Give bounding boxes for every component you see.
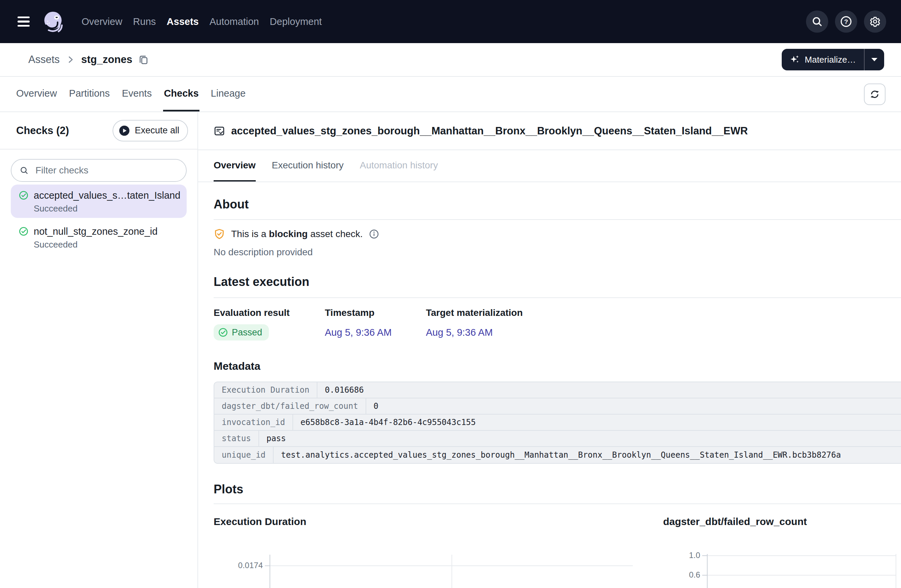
divider [214, 504, 901, 504]
metadata-value: 0 [366, 398, 901, 414]
blocking-note: This is a blocking asset check. [214, 227, 901, 241]
failed-row-count-chart: dagster_dbt/failed_row_count 1.0 0.6 [663, 515, 900, 588]
metadata-row: invocation_id e658b8c8-3a1a-4b4f-82b6-4c… [214, 415, 901, 431]
y-tick-label: 0.6 [663, 570, 700, 580]
check-list-item[interactable]: accepted_values_s…taten_Island_ Succeede… [11, 185, 187, 218]
nav-deployment[interactable]: Deployment [270, 0, 322, 43]
top-nav-items: Overview Runs Assets Automation Deployme… [81, 0, 322, 43]
latest-execution-heading: Latest execution [214, 274, 901, 290]
copy-icon[interactable] [139, 54, 149, 65]
chart-plot-area: 1.0 0.6 [663, 533, 900, 588]
refresh-button[interactable] [864, 84, 885, 105]
latest-execution-grid: Evaluation result Passed [214, 306, 901, 341]
metadata-value: test.analytics.accepted_values_stg_zones… [274, 447, 901, 463]
top-nav-actions: ? [806, 11, 886, 33]
materialize-label: Materialize… [804, 54, 856, 65]
menu-icon[interactable] [17, 17, 30, 26]
divider [214, 219, 901, 220]
help-button[interactable]: ? [835, 11, 857, 33]
help-icon: ? [840, 16, 852, 28]
checks-header: Checks (2) Execute all [0, 112, 198, 149]
divider [214, 297, 901, 298]
chart-plot-area: 0.0174 [214, 533, 633, 588]
blocking-text: This is a blocking asset check. [231, 229, 363, 240]
check-success-icon [19, 191, 28, 213]
metadata-value: pass [259, 431, 901, 446]
shield-check-icon [214, 228, 225, 240]
metadata-table: Execution Duration 0.016686 dagster_dbt/… [214, 381, 901, 464]
metadata-value: 0.016686 [317, 382, 901, 398]
target-materialization-link[interactable]: Aug 5, 9:36 AM [426, 327, 493, 338]
sparkle-icon [790, 54, 800, 65]
metadata-key: Execution Duration [214, 382, 317, 398]
y-tick-label: 1.0 [663, 551, 700, 560]
nav-runs[interactable]: Runs [133, 0, 156, 43]
execution-duration-chart: Execution Duration 0.0174 [214, 515, 633, 588]
evaluation-result-label: Evaluation result [214, 306, 325, 320]
search-icon [811, 16, 823, 27]
chart-title: Execution Duration [214, 515, 633, 528]
asset-tabs-row: Overview Partitions Events Checks Lineag… [0, 77, 901, 112]
metadata-key: dagster_dbt/failed_row_count [214, 398, 366, 414]
check-list-item[interactable]: not_null_stg_zones_zone_id Succeeded [11, 221, 187, 254]
plots-heading: Plots [214, 481, 901, 498]
passed-badge: Passed [214, 324, 269, 341]
y-tick-label: 0.0174 [214, 561, 263, 570]
check-circle-icon [218, 328, 228, 337]
search-icon [20, 165, 29, 176]
chevron-right-icon [66, 55, 75, 64]
nav-assets[interactable]: Assets [167, 0, 199, 43]
check-tabs: Overview Execution history Automation hi… [198, 150, 901, 182]
check-status: Succeeded [34, 204, 180, 213]
execute-all-button[interactable]: Execute all [112, 120, 188, 142]
checklist-icon [214, 125, 225, 137]
tab-checks[interactable]: Checks [163, 77, 199, 112]
top-nav: Overview Runs Assets Automation Deployme… [0, 0, 901, 43]
filter-checks-box [11, 159, 187, 182]
settings-button[interactable] [864, 11, 886, 33]
metadata-value: e658b8c8-3a1a-4b4f-82b6-4c955043c155 [293, 415, 901, 430]
check-name: accepted_values_s…taten_Island_ [34, 189, 180, 202]
gear-icon [869, 16, 881, 28]
tab-lineage[interactable]: Lineage [210, 77, 246, 112]
breadcrumb-assets[interactable]: Assets [28, 54, 60, 66]
nav-overview[interactable]: Overview [81, 0, 122, 43]
checks-title: Checks (2) [16, 124, 69, 137]
info-icon[interactable] [369, 229, 379, 239]
materialize-button[interactable]: Materialize… [782, 49, 884, 70]
chart-title: dagster_dbt/failed_row_count [663, 515, 900, 528]
tab-partitions[interactable]: Partitions [69, 77, 111, 112]
check-title-row: accepted_values_stg_zones_borough__Manha… [198, 112, 901, 150]
breadcrumb-current: stg_zones [81, 54, 132, 66]
dagster-logo[interactable] [42, 11, 65, 33]
metadata-row: Execution Duration 0.016686 [214, 382, 901, 398]
check-success-icon [19, 227, 28, 250]
metadata-row: dagster_dbt/failed_row_count 0 [214, 398, 901, 415]
metadata-key: invocation_id [214, 415, 293, 430]
plots-grid: Execution Duration 0.0174 dagster_dbt/fa… [214, 515, 901, 588]
metadata-key: status [214, 431, 259, 446]
check-tab-overview[interactable]: Overview [214, 150, 256, 182]
check-tab-automation-history[interactable]: Automation history [360, 150, 438, 182]
nav-automation[interactable]: Automation [210, 0, 259, 43]
dagster-app: Overview Runs Assets Automation Deployme… [0, 0, 901, 588]
timestamp-link[interactable]: Aug 5, 9:36 AM [325, 327, 391, 338]
checks-sidebar: Checks (2) Execute all [0, 112, 198, 588]
check-overview-panel: About This is a blocking asset check. No… [198, 182, 901, 588]
filter-checks-input[interactable] [34, 164, 178, 176]
materialize-main[interactable]: Materialize… [782, 49, 864, 70]
metadata-key: unique_id [214, 447, 274, 463]
tab-overview[interactable]: Overview [16, 77, 58, 112]
search-button[interactable] [806, 11, 828, 33]
body: Checks (2) Execute all [0, 112, 901, 588]
about-heading: About [214, 196, 901, 213]
materialize-dropdown[interactable] [864, 49, 884, 70]
check-name: not_null_stg_zones_zone_id [34, 225, 158, 238]
check-tab-execution-history[interactable]: Execution history [272, 150, 344, 182]
check-title: accepted_values_stg_zones_borough__Manha… [231, 125, 748, 137]
breadcrumb-row: Assets stg_zones Materialize… [0, 43, 901, 77]
check-detail: accepted_values_stg_zones_borough__Manha… [198, 112, 901, 588]
timestamp-label: Timestamp [325, 306, 426, 320]
metadata-heading: Metadata [214, 359, 901, 373]
tab-events[interactable]: Events [121, 77, 153, 112]
